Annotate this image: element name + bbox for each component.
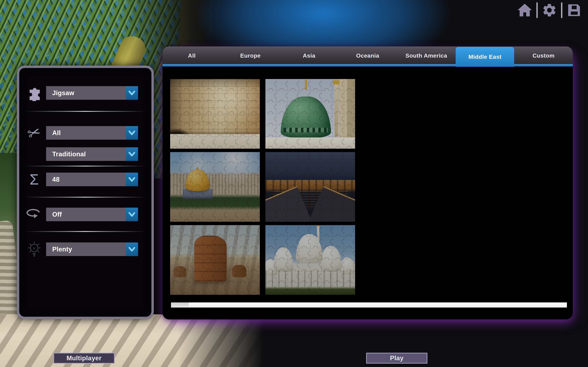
puzzle-thumbnail[interactable]	[265, 79, 355, 149]
gallery-scrollbar-thumb[interactable]	[189, 302, 567, 308]
rotation-dropdown[interactable]: Off	[46, 208, 138, 221]
hints-row: w Plenty	[19, 242, 151, 256]
puzzle-thumbnail[interactable]	[170, 152, 260, 222]
game-screen: Jigsaw ✂ All	[0, 0, 588, 367]
sigma-icon: Σ	[25, 173, 43, 186]
cut-style-row: ✂ All	[19, 126, 151, 140]
puzzle-settings-panel: Jigsaw ✂ All	[17, 66, 154, 319]
home-icon	[517, 2, 533, 18]
puzzle-type-dropdown-button[interactable]	[126, 86, 138, 100]
chevron-down-icon	[128, 212, 135, 217]
tab-middle-east[interactable]: Middle East	[456, 47, 514, 67]
cut-style-value: All	[46, 126, 126, 140]
scissors-icon: ✂	[25, 126, 43, 140]
hints-dropdown[interactable]: Plenty	[46, 242, 138, 256]
rotation-dropdown-button[interactable]	[126, 208, 138, 221]
multiplayer-button[interactable]: Multiplayer	[53, 353, 115, 364]
section-divider	[25, 111, 146, 112]
cut-shape-dropdown-button[interactable]	[126, 147, 138, 161]
puzzle-thumbnail[interactable]	[170, 225, 260, 295]
piece-count-dropdown[interactable]: 48	[46, 173, 138, 186]
chevron-down-icon	[128, 177, 135, 182]
tab-all[interactable]: All	[163, 47, 221, 64]
region-tabbar: All Europe Asia Oceania South America Mi…	[163, 47, 573, 64]
puzzle-type-value: Jigsaw	[46, 86, 126, 100]
puzzle-type-row: Jigsaw	[19, 86, 151, 100]
gallery-scrollbar-track[interactable]	[171, 302, 567, 308]
toolbar-separator	[537, 2, 537, 18]
chevron-down-icon	[128, 247, 135, 252]
settings-button[interactable]	[541, 2, 558, 18]
tab-south-america[interactable]: South America	[397, 47, 456, 64]
section-divider	[25, 231, 146, 232]
home-button[interactable]	[517, 2, 533, 18]
sand-background	[0, 314, 306, 367]
tab-custom[interactable]: Custom	[514, 47, 573, 64]
piece-count-dropdown-button[interactable]	[126, 173, 138, 186]
puzzle-thumbnail[interactable]	[265, 225, 355, 295]
tab-europe[interactable]: Europe	[221, 47, 280, 64]
toolbar	[517, 2, 582, 18]
piece-count-value: 48	[46, 173, 126, 186]
puzzle-type-dropdown[interactable]: Jigsaw	[46, 86, 138, 100]
cut-shape-row: Traditional	[19, 147, 151, 161]
toolbar-separator	[561, 2, 562, 18]
section-divider	[25, 166, 146, 167]
cut-shape-value: Traditional	[46, 147, 126, 161]
save-button[interactable]	[566, 2, 582, 18]
rotation-row: Off	[19, 208, 151, 221]
puzzle-gallery-panel: All Europe Asia Oceania South America Mi…	[163, 47, 573, 319]
chevron-down-icon	[128, 90, 135, 96]
play-button[interactable]: Play	[366, 353, 427, 364]
puzzle-piece-icon	[25, 86, 43, 100]
cut-style-dropdown-button[interactable]	[126, 126, 138, 140]
tab-oceania[interactable]: Oceania	[338, 47, 397, 64]
cut-style-dropdown[interactable]: All	[46, 126, 138, 140]
svg-text:w: w	[33, 246, 35, 250]
rotate-icon	[25, 208, 43, 221]
tab-asia[interactable]: Asia	[280, 47, 338, 64]
save-icon	[566, 2, 582, 18]
settings-gear-icon	[542, 2, 557, 18]
section-divider	[25, 197, 146, 198]
rotation-value: Off	[46, 208, 126, 221]
hints-value: Plenty	[46, 242, 126, 256]
hint-bulb-icon: w	[25, 242, 43, 256]
gallery-content	[163, 67, 573, 319]
puzzle-thumbnail[interactable]	[170, 79, 260, 149]
hints-dropdown-button[interactable]	[126, 242, 138, 256]
puzzle-thumbnail[interactable]	[265, 152, 355, 222]
chevron-down-icon	[128, 151, 135, 157]
piece-count-row: Σ 48	[19, 173, 151, 186]
chevron-down-icon	[128, 130, 135, 136]
cut-shape-dropdown[interactable]: Traditional	[46, 147, 138, 161]
